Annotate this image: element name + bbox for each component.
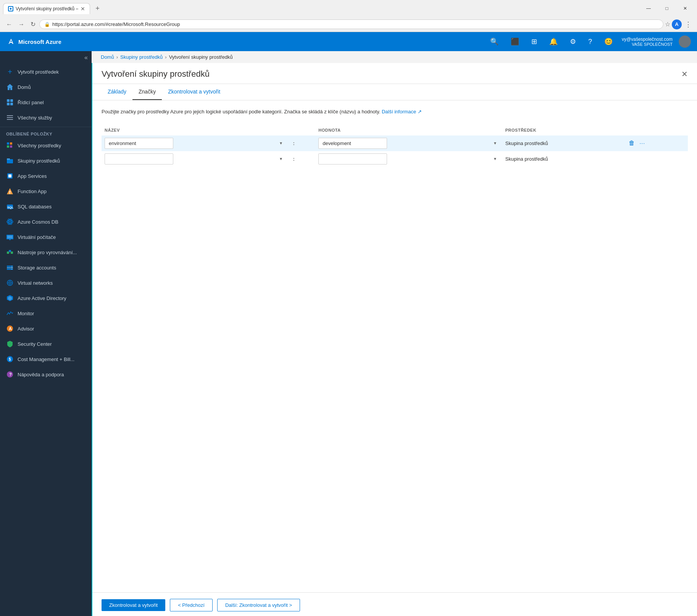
tag-value-select[interactable]: development	[318, 138, 387, 149]
col-header-resource: PROSTŘEDEK	[502, 125, 624, 135]
sidebar-monitor-label: Monitor	[18, 311, 34, 316]
panel-header: Vytvoření skupiny prostředků ✕	[92, 63, 697, 84]
breadcrumb-resource-groups[interactable]: Skupiny prostředků	[120, 54, 163, 60]
svg-rect-29	[9, 250, 11, 252]
sidebar-item-help[interactable]: ? Nápověda a podpora	[0, 367, 92, 382]
svg-rect-25	[7, 235, 13, 239]
sidebar-vms-label: Virtuální počítače	[18, 234, 56, 240]
sidebar-item-storage[interactable]: Storage accounts	[0, 260, 92, 275]
cloud-shell-icon[interactable]: ⬛	[508, 37, 522, 46]
tag-value-select-wrap-2: ▾	[318, 153, 499, 164]
notification-icon[interactable]: 🔔	[546, 37, 561, 46]
sidebar-home-label: Domů	[18, 84, 31, 90]
table-row: environment ▾ : development	[102, 135, 688, 151]
sidebar-item-lb[interactable]: Nástroje pro vyrovnávání...	[0, 245, 92, 260]
directory-icon[interactable]: ⊞	[528, 37, 540, 46]
sidebar-item-vnet[interactable]: Virtual networks	[0, 275, 92, 290]
sidebar-item-cost[interactable]: $ Cost Management + Bill...	[0, 352, 92, 367]
tags-table: NÁZEV HODNOTA PROSTŘEDEK	[102, 125, 688, 167]
svg-rect-36	[11, 268, 12, 268]
sidebar-item-resource-groups[interactable]: Skupiny prostředků	[0, 153, 92, 168]
sidebar-divider	[0, 127, 92, 127]
user-avatar[interactable]	[679, 35, 691, 48]
tag-value-select-2[interactable]	[318, 153, 387, 164]
svg-text:SQL: SQL	[7, 206, 14, 209]
sidebar-item-app-services[interactable]: App Services	[0, 168, 92, 184]
tag-value-select-wrap: development ▾	[318, 138, 499, 149]
tab-basics[interactable]: Základy	[102, 84, 132, 100]
tag-more-button[interactable]: ···	[638, 139, 647, 148]
feedback-icon[interactable]: 😊	[601, 37, 616, 46]
search-icon[interactable]: 🔍	[487, 37, 502, 46]
maximize-button[interactable]: □	[658, 2, 676, 15]
sidebar-resource-groups-label: Skupiny prostředků	[18, 158, 60, 164]
profile-avatar[interactable]: A	[672, 19, 682, 29]
sidebar-item-cosmos[interactable]: Azure Cosmos DB	[0, 214, 92, 229]
colon-cell-2: :	[288, 151, 315, 167]
help-icon[interactable]: ?	[585, 38, 595, 46]
all-resources-icon	[6, 142, 14, 149]
breadcrumb-separator: ›	[116, 54, 118, 60]
review-create-button[interactable]: Zkontrolovat a vytvořit	[102, 599, 165, 611]
sidebar-item-advisor[interactable]: A Advisor	[0, 321, 92, 336]
tag-name-select[interactable]: environment	[105, 138, 173, 149]
browser-tab-close-icon[interactable]: ✕	[81, 6, 85, 12]
svg-rect-3	[7, 103, 10, 105]
tag-name-select-2[interactable]	[105, 153, 173, 164]
new-tab-button[interactable]: +	[93, 5, 102, 13]
sidebar-aad-label: Azure Active Directory	[18, 295, 66, 301]
sidebar-item-function-app[interactable]: f Function App	[0, 184, 92, 199]
browser-menu-icon[interactable]: ⋮	[683, 20, 693, 29]
sidebar-item-home[interactable]: Domů	[0, 79, 92, 95]
tab-review[interactable]: Zkontrolovat a vytvořit	[162, 84, 226, 100]
app-services-icon	[6, 172, 14, 180]
aad-icon	[6, 294, 14, 302]
panel-close-button[interactable]: ✕	[681, 69, 688, 79]
breadcrumb-home[interactable]: Domů	[101, 54, 114, 60]
sidebar-item-all-services[interactable]: Všechny služby	[0, 110, 92, 125]
minimize-button[interactable]: —	[640, 2, 657, 15]
tag-delete-button[interactable]: 🗑	[627, 138, 636, 148]
forward-button[interactable]: →	[16, 19, 27, 29]
tab-tags[interactable]: Značky	[132, 84, 162, 100]
user-info[interactable]: vy@vašespolečnost.com VAŠE SPOLEČNOST	[622, 37, 673, 47]
content-area: Domů › Skupiny prostředků › Vytvoření sk…	[92, 51, 697, 616]
panel-title: Vytvoření skupiny prostředků	[102, 69, 210, 79]
sidebar-collapse-button[interactable]: «	[0, 51, 92, 64]
browser-tab[interactable]: Vytvoření skupiny prostředků – ✕	[3, 3, 90, 14]
sidebar-item-create[interactable]: + Vytvořit prostředek	[0, 64, 92, 79]
svg-rect-15	[8, 174, 11, 177]
bookmark-icon[interactable]: ☆	[665, 21, 670, 28]
sidebar-item-sql[interactable]: SQL SQL databases	[0, 199, 92, 214]
sidebar-item-aad[interactable]: Azure Active Directory	[0, 290, 92, 306]
sidebar-function-app-label: Function App	[18, 189, 47, 194]
sidebar-dashboard-label: Řídicí panel	[18, 100, 44, 105]
sidebar-item-security[interactable]: Security Center	[0, 336, 92, 352]
sql-icon: SQL	[6, 203, 14, 210]
breadcrumb-separator-2: ›	[165, 54, 166, 60]
back-button[interactable]: ←	[4, 19, 15, 29]
sidebar-help-label: Nápověda a podpora	[18, 372, 64, 377]
sidebar-item-monitor[interactable]: Monitor	[0, 306, 92, 321]
svg-rect-8	[7, 142, 9, 145]
tag-name-cell: environment ▾	[102, 135, 288, 151]
address-bar[interactable]: 🔒 https://portal.azure.com/#create/Micro…	[39, 19, 663, 29]
refresh-button[interactable]: ↻	[28, 19, 38, 29]
sidebar-all-resources-label: Všechny prostředky	[18, 143, 61, 148]
more-info-link[interactable]: Další informace ↗	[382, 109, 422, 114]
close-button[interactable]: ✕	[676, 2, 694, 15]
colon-separator-2: :	[291, 156, 296, 162]
breadcrumb-current: Vytvoření skupiny prostředků	[169, 54, 233, 60]
previous-button[interactable]: < Předchozí	[170, 599, 213, 611]
azure-app: Microsoft Azure 🔍 ⬛ ⊞ 🔔 ⚙ ? 😊 vy@vašespo…	[0, 32, 697, 616]
sidebar-item-all-resources[interactable]: Všechny prostředky	[0, 138, 92, 153]
settings-icon[interactable]: ⚙	[567, 37, 579, 46]
sidebar-item-dashboard[interactable]: Řídicí panel	[0, 95, 92, 110]
cost-icon: $	[6, 355, 14, 363]
tag-resource-cell: Skupina prostředků	[502, 135, 624, 151]
window-controls: — □ ✕	[640, 2, 694, 15]
sidebar-item-vms[interactable]: Virtuální počítače	[0, 229, 92, 245]
next-button[interactable]: Další: Zkontrolovat a vytvořit >	[217, 599, 300, 611]
azure-main: « + Vytvořit prostředek Domů Řídicí pane…	[0, 51, 697, 616]
tag-resource-cell-2: Skupina prostředků	[502, 151, 624, 167]
